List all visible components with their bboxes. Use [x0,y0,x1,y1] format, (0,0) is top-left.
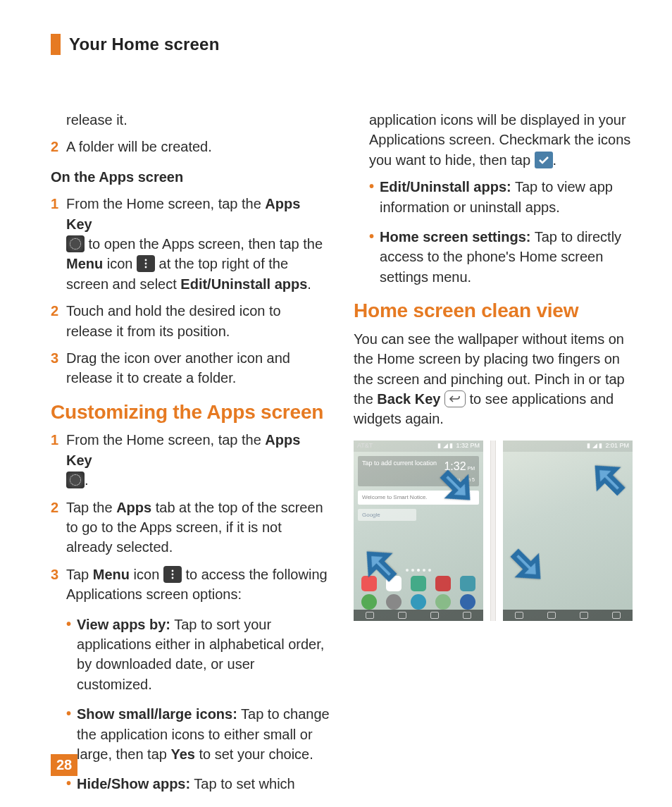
bold-text: View apps by: [77,617,170,632]
svg-point-0 [145,259,147,261]
bullet-item: •View apps by: Tap to sort your applicat… [66,615,330,695]
bold-text: Home screen settings: [380,229,531,245]
apps-key-icon [66,472,85,488]
step-text: From the Home screen, tap the Apps Key . [66,430,330,490]
page-title: Your Home screen [69,35,220,54]
bullet-text: View apps by: Tap to sort your applicati… [77,615,330,695]
sub-heading: On the Apps screen [51,167,330,187]
menu-icon [163,566,182,583]
text-run: . [307,276,311,292]
bold-text: Edit/Uninstall apps [180,276,307,292]
back-key-icon [444,390,466,407]
text-run: Tap the [66,500,116,515]
step-text: Tap Menu icon to access the following Ap… [66,565,330,605]
section-heading: Home screen clean view [354,297,633,325]
header-accent-bar [51,34,61,55]
status-icons: ▮ ◢ ▮ [437,441,453,450]
phone-clean-view-screenshot: ▮ ◢ ▮2:01 PM [503,441,633,621]
bullet-item: •Home screen settings: Tap to directly a… [369,227,633,287]
step-number: 3 [51,348,61,388]
bullet-text: Home screen settings: Tap to directly ac… [380,227,633,287]
step-number: 3 [51,565,61,605]
continued-paragraph: application icons will be displayed in y… [369,110,633,170]
pinch-in-arrow-icon [578,452,633,512]
google-search-widget: Google [358,509,416,521]
dock [354,594,483,610]
svg-point-4 [171,573,173,575]
step-number: 1 [51,194,61,294]
menu-icon [137,255,155,272]
weather-text: Tap to add current location [362,459,437,483]
status-bar: AT&T ▮ ◢ ▮1:32 PM [354,441,483,452]
bullet-item: •Hide/Show apps: Tap to set which [66,774,330,794]
step-text: From the Home screen, tap the Apps Key t… [66,194,330,294]
list-item: 2Touch and hold the desired icon to rele… [51,301,330,341]
svg-point-3 [171,569,173,572]
nav-bar [503,610,633,621]
bold-text: Edit/Uninstall apps: [380,179,511,195]
phone-home-screenshot: AT&T ▮ ◢ ▮1:32 PM Tap to add current loc… [354,441,483,621]
bullet-text: Hide/Show apps: Tap to set which [77,774,330,794]
bullet-dot: • [369,177,374,217]
bullet-item: •Edit/Uninstall apps: Tap to view app in… [369,177,633,217]
status-right: ▮ ◢ ▮1:32 PM [437,441,480,450]
status-bar: ▮ ◢ ▮2:01 PM [503,441,633,452]
list-item: 3 Tap Menu icon to access the following … [51,565,330,605]
bullet-dot: • [66,615,71,695]
bullet-item: •Show small/large icons: Tap to change t… [66,704,330,764]
bold-text: Apps [116,500,151,515]
gesture-screenshot-figure: AT&T ▮ ◢ ▮1:32 PM Tap to add current loc… [354,441,633,621]
left-column: release it. 2A folder will be created. O… [51,110,330,804]
step-text: Drag the icon over another icon and rele… [66,348,330,388]
svg-point-2 [145,266,147,269]
checkmark-icon [535,152,553,168]
list-item: 1 From the Home screen, tap the Apps Key… [51,430,330,490]
pinch-in-arrow-icon [503,531,558,591]
step-number: 2 [51,137,61,156]
bullet-dot: • [66,774,71,794]
nav-bar [354,610,483,621]
section-heading: Customizing the Apps screen [51,398,330,426]
bullet-text: Show small/large icons: Tap to change th… [77,704,330,764]
paragraph: You can see the wallpaper without items … [354,329,633,429]
continued-line: release it. [66,110,330,130]
page-number: 28 [51,754,77,776]
svg-point-5 [171,577,173,579]
bullet-dot: • [369,227,374,287]
text-run: to open the Apps screen, then tap the [85,236,323,252]
text-run: Tap to set which [190,776,295,791]
text-run: From the Home screen, tap the [66,432,265,448]
step-number: 1 [51,430,61,490]
bold-text: Menu [66,256,103,271]
right-column: application icons will be displayed in y… [354,110,633,804]
carrier-label: AT&T [357,441,373,450]
list-item: 2A folder will be created. [51,137,330,156]
step-text: Touch and hold the desired icon to relea… [66,301,330,341]
text-run: From the Home screen, tap the [66,196,265,211]
list-item: 3Drag the icon over another icon and rel… [51,348,330,388]
bold-text: Menu [93,567,130,582]
text-run: . [553,152,557,168]
text-run: Tap [66,567,93,582]
apps-key-icon [66,235,85,252]
bold-text: Hide/Show apps: [77,776,190,791]
two-column-layout: release it. 2A folder will be created. O… [51,110,633,804]
status-icons: ▮ ◢ ▮ [587,441,602,450]
step-number: 2 [51,498,61,557]
svg-point-1 [145,263,147,265]
step-text: A folder will be created. [66,137,330,156]
page-header: Your Home screen [51,34,633,55]
status-time: 1:32 PM [456,441,480,450]
text-run: icon [130,567,163,582]
list-item: 1 From the Home screen, tap the Apps Key… [51,194,330,294]
bold-text: Show small/large icons: [77,706,237,722]
bullet-text: Edit/Uninstall apps: Tap to view app inf… [380,177,633,217]
text-run: application icons will be displayed in y… [369,112,630,168]
text-run: . [85,472,89,488]
status-right: ▮ ◢ ▮2:01 PM [587,441,629,450]
text-run: icon [103,256,137,271]
text-run: to set your choice. [195,746,313,762]
status-time: 2:01 PM [605,441,629,450]
step-text: Tap the Apps tab at the top of the scree… [66,498,330,557]
bold-text: Back Key [377,391,440,407]
